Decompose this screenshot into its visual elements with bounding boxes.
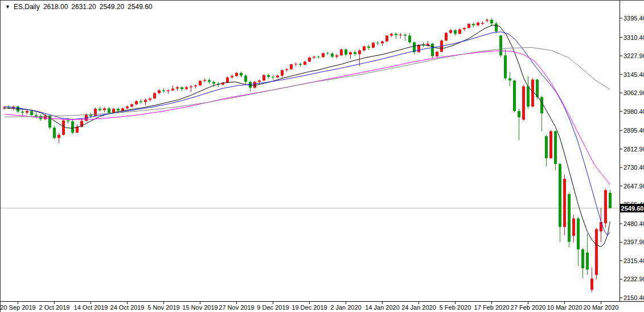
candle: [445, 33, 448, 40]
candle: [67, 121, 69, 122]
candle: [536, 80, 539, 97]
time-axis-label: 10 Mar 2020: [547, 304, 583, 311]
candle: [367, 46, 370, 47]
candle: [244, 76, 247, 82]
candle: [135, 101, 138, 105]
candle: [158, 91, 161, 93]
price-axis[interactable]: 3395.403310.403227.903145.403062.902980.…: [620, 15, 644, 301]
time-axis[interactable]: 20 Sep 20192 Oct 201914 Oct 201924 Oct 2…: [1, 302, 618, 311]
candle: [549, 132, 552, 158]
price-axis-label: 2980.40: [624, 108, 644, 115]
candle: [340, 50, 343, 55]
candle: [108, 108, 110, 113]
candle: [554, 132, 557, 165]
candle: [499, 36, 502, 56]
candle: [322, 53, 325, 57]
candle: [531, 80, 534, 106]
candle: [276, 76, 279, 77]
candle: [267, 75, 270, 77]
candle: [121, 108, 124, 110]
chart-window: 3395.403310.403227.903145.403062.902980.…: [0, 0, 644, 312]
candle: [477, 23, 479, 26]
candle: [130, 104, 133, 106]
candle: [117, 109, 120, 110]
candle: [99, 109, 101, 110]
candle: [422, 45, 425, 46]
candle: [518, 111, 520, 117]
price-axis-label: 2232.90: [624, 276, 644, 282]
candle: [167, 91, 170, 92]
candle: [358, 51, 361, 54]
candle: [240, 73, 243, 76]
candle: [559, 164, 561, 227]
candle: [590, 278, 593, 290]
candle: [249, 82, 252, 88]
candle: [62, 121, 65, 135]
candle: [258, 80, 261, 81]
candle: [162, 91, 165, 92]
candle: [194, 85, 197, 87]
candle: [431, 44, 434, 56]
time-axis-label: 14 Oct 2019: [74, 304, 108, 311]
price-axis-label: 2315.40: [624, 257, 644, 264]
ohlc-low: 2549.20: [100, 3, 124, 11]
candle: [458, 29, 461, 34]
candle: [376, 43, 379, 43]
candle: [354, 52, 356, 54]
symbol-period-label: ES,Daily: [14, 3, 40, 11]
candle: [313, 57, 315, 58]
price-axis-label: 2150.40: [624, 294, 644, 301]
candle: [176, 87, 179, 88]
price-axis-label: 3062.90: [624, 89, 644, 96]
candle: [153, 93, 156, 98]
symbol-dropdown-icon: ▼: [5, 5, 10, 10]
candle: [513, 80, 516, 111]
price-axis-label: 2647.90: [624, 183, 644, 190]
time-axis-label: 20 Mar 2020: [584, 304, 619, 311]
candle: [335, 55, 338, 56]
candle: [71, 121, 74, 133]
candle: [299, 64, 302, 65]
candle: [586, 252, 589, 269]
candle: [190, 87, 192, 88]
candle: [545, 136, 548, 158]
candle: [604, 190, 607, 223]
time-axis-label: 2 Jan 2020: [330, 304, 361, 311]
candle: [26, 111, 28, 113]
time-axis-label: 19 Dec 2019: [292, 304, 327, 311]
candle: [417, 45, 420, 52]
time-axis-label: 27 Feb 2020: [511, 304, 546, 311]
candle: [463, 28, 466, 29]
candle: [540, 97, 543, 113]
price-axis-label: 2812.90: [624, 146, 644, 153]
candle: [481, 23, 484, 24]
time-axis-label: 14 Jan 2020: [365, 304, 400, 311]
candle: [212, 82, 215, 84]
candle: [381, 42, 384, 43]
price-axis-label: 3227.90: [624, 52, 644, 59]
candle: [408, 36, 411, 43]
candle: [89, 114, 92, 116]
candle: [203, 80, 206, 81]
candle: [390, 34, 393, 35]
price-axis-label: 2895.40: [624, 127, 644, 134]
time-axis-label: 2 Oct 2019: [39, 304, 70, 311]
candle: [600, 222, 602, 232]
candle: [395, 34, 397, 35]
candle: [508, 78, 511, 80]
candle: [404, 35, 407, 36]
price-chart[interactable]: 3395.403310.403227.903145.403062.902980.…: [1, 1, 644, 312]
candle: [577, 219, 580, 249]
time-axis-label: 5 Feb 2020: [440, 304, 471, 311]
candle: [490, 20, 493, 23]
candle: [563, 179, 566, 227]
candle: [285, 69, 288, 71]
candle: [595, 229, 598, 274]
candle: [522, 87, 525, 120]
candle: [231, 76, 233, 77]
candle: [449, 30, 452, 33]
candle: [272, 77, 274, 77]
candle: [331, 54, 334, 57]
candle: [149, 98, 151, 100]
price-axis-label: 3310.40: [624, 34, 644, 41]
